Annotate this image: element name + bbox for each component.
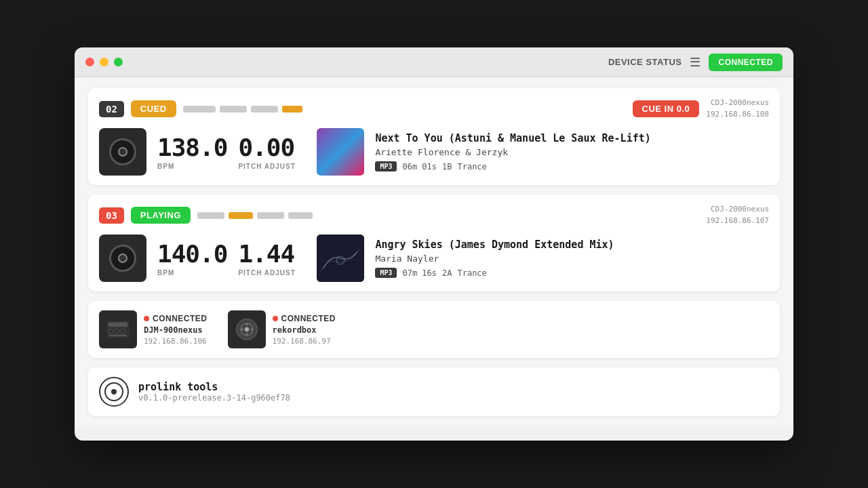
album-art-1: [317, 128, 364, 176]
deck-1-progress: [183, 106, 622, 113]
djm-icon-box: [99, 310, 137, 348]
deck-1-track-info: Next To You (Astuni & Manuel Le Saux Re-…: [375, 132, 769, 171]
rekordbox-icon: [235, 317, 259, 342]
djm-icon: [106, 317, 130, 342]
pitch-label-1: PITCH ADJUST: [238, 163, 306, 170]
cdj-inner: [118, 147, 127, 157]
bpm-value-2: 140.0: [157, 240, 227, 268]
prog-seg-4: [282, 106, 302, 113]
cdj-icon-2: [99, 235, 146, 282]
pitch-value-1: 0.00: [238, 134, 306, 161]
deck-2-ip: CDJ-2000nexus 192.168.86.107: [706, 204, 769, 226]
djm-ip: 192.168.86.106: [144, 337, 208, 346]
close-button[interactable]: [85, 58, 94, 66]
prog-seg-2: [220, 106, 247, 113]
deck-2-progress: [197, 212, 699, 219]
rekordbox-status-text: CONNECTED: [281, 314, 336, 323]
prolink-inner: [104, 382, 123, 401]
bpm-label-2: BPM: [157, 269, 227, 277]
rekordbox-ip: 192.168.86.97: [273, 337, 336, 346]
deck-2-body: 140.0 BPM 1.44 PITCH ADJUST Angr: [99, 235, 769, 282]
cdj-circle-2: [109, 245, 136, 272]
cdj-icon-1: [99, 128, 146, 176]
deck-2-header: 03 PLAYING CDJ-2000nexus 192.168.86.107: [99, 204, 769, 226]
svg-point-5: [115, 329, 119, 333]
prolink-icon: [99, 377, 129, 407]
main-content: 02 CUED CUE IN 0.0 CDJ-2000nexus 192.168…: [75, 77, 793, 427]
pitch-label-2: PITCH ADJUST: [238, 269, 306, 277]
prog-seg2-4: [288, 212, 313, 219]
menu-icon[interactable]: ☰: [690, 55, 701, 70]
duration-2: 07m 16s: [402, 268, 437, 278]
deck-2-bpm: 140.0 BPM: [157, 240, 227, 277]
rekordbox-status-dot: [273, 316, 278, 321]
format-badge-2: MP3: [375, 268, 397, 278]
bpm-value-1: 138.0: [157, 134, 227, 161]
maximize-button[interactable]: [114, 58, 123, 66]
prolink-info: prolink tools v0.1.0-prerelease.3-14-g96…: [138, 381, 290, 403]
djm-connected-row: CONNECTED: [144, 314, 208, 323]
djm-name: DJM-900nexus: [144, 325, 208, 335]
cdj-circle: [109, 138, 136, 165]
key-1: 1B: [442, 162, 452, 171]
rekordbox-name: rekordbox: [273, 325, 336, 335]
svg-point-10: [244, 327, 248, 331]
device-item-djm: CONNECTED DJM-900nexus 192.168.86.106: [99, 310, 208, 348]
traffic-lights: [85, 58, 123, 66]
rekordbox-icon-box: [228, 310, 266, 348]
deck-2-status: PLAYING: [131, 207, 191, 224]
devices-row: CONNECTED DJM-900nexus 192.168.86.106: [99, 310, 769, 348]
app-name: prolink tools: [138, 381, 290, 393]
key-2: 2A: [442, 268, 452, 278]
app-version: v0.1.0-prerelease.3-14-g960ef78: [138, 393, 290, 403]
bpm-label-1: BPM: [157, 163, 227, 170]
rekordbox-connected-row: CONNECTED: [273, 314, 336, 323]
djm-status-dot: [144, 316, 149, 321]
prog-seg2-3: [257, 212, 284, 219]
prog-seg2-1: [197, 212, 224, 219]
deck-1-card: 02 CUED CUE IN 0.0 CDJ-2000nexus 192.168…: [88, 88, 780, 185]
titlebar-right: DEVICE STATUS ☰ CONNECTED: [608, 54, 783, 71]
prog-seg-1: [183, 106, 216, 113]
prog-seg-3: [251, 106, 278, 113]
deck-1-ip: CDJ-2000nexus 192.168.86.108: [706, 98, 769, 120]
album-art-2-svg: [317, 235, 364, 282]
format-badge-1: MP3: [375, 161, 397, 171]
svg-rect-7: [109, 335, 127, 337]
deck-1-bpm: 138.0 BPM: [157, 134, 227, 170]
track-artist-1: Ariette Florence & Jerzyk: [375, 147, 769, 157]
album-art-2: [317, 235, 364, 282]
devices-section: CONNECTED DJM-900nexus 192.168.86.106: [88, 301, 780, 358]
deck-2-number: 03: [99, 207, 124, 224]
device-item-rekordbox: CONNECTED rekordbox 192.168.86.97: [228, 310, 336, 348]
deck-1-header: 02 CUED CUE IN 0.0 CDJ-2000nexus 192.168…: [99, 98, 769, 120]
duration-1: 06m 01s: [402, 162, 437, 171]
track-title-1: Next To You (Astuni & Manuel Le Saux Re-…: [375, 132, 769, 144]
device-status-label: DEVICE STATUS: [608, 57, 682, 67]
footer-section: prolink tools v0.1.0-prerelease.3-14-g96…: [88, 367, 780, 416]
deck-1-number: 02: [99, 101, 124, 117]
rekordbox-info: CONNECTED rekordbox 192.168.86.97: [273, 314, 336, 346]
deck-2-pitch: 1.44 PITCH ADJUST: [238, 240, 306, 277]
deck-1-pitch: 0.00 PITCH ADJUST: [238, 134, 306, 170]
cdj-inner-2: [118, 253, 127, 263]
track-artist-2: Maria Nayler: [375, 253, 769, 264]
prog-seg2-2: [229, 212, 253, 219]
svg-point-4: [109, 329, 113, 333]
deck-1-body: 138.0 BPM 0.00 PITCH ADJUST Next To You …: [99, 128, 769, 176]
connected-badge: CONNECTED: [709, 54, 783, 71]
djm-info: CONNECTED DJM-900nexus 192.168.86.106: [144, 314, 208, 346]
track-title-2: Angry Skies (James Dymond Extended Mix): [375, 239, 769, 251]
svg-rect-3: [108, 323, 127, 327]
titlebar: DEVICE STATUS ☰ CONNECTED: [75, 47, 793, 77]
cue-badge: CUE IN 0.0: [633, 100, 700, 117]
deck-2-track-info: Angry Skies (James Dymond Extended Mix) …: [375, 239, 769, 278]
minimize-button[interactable]: [100, 58, 108, 66]
djm-status-text: CONNECTED: [153, 314, 208, 323]
deck-2-meta: MP3 07m 16s 2A Trance: [375, 268, 769, 278]
deck-2-card: 03 PLAYING CDJ-2000nexus 192.168.86.107: [88, 195, 780, 291]
pitch-value-2: 1.44: [238, 240, 306, 268]
deck-1-status: CUED: [131, 100, 176, 117]
deck-1-meta: MP3 06m 01s 1B Trance: [375, 161, 769, 171]
prolink-dot: [111, 389, 117, 394]
